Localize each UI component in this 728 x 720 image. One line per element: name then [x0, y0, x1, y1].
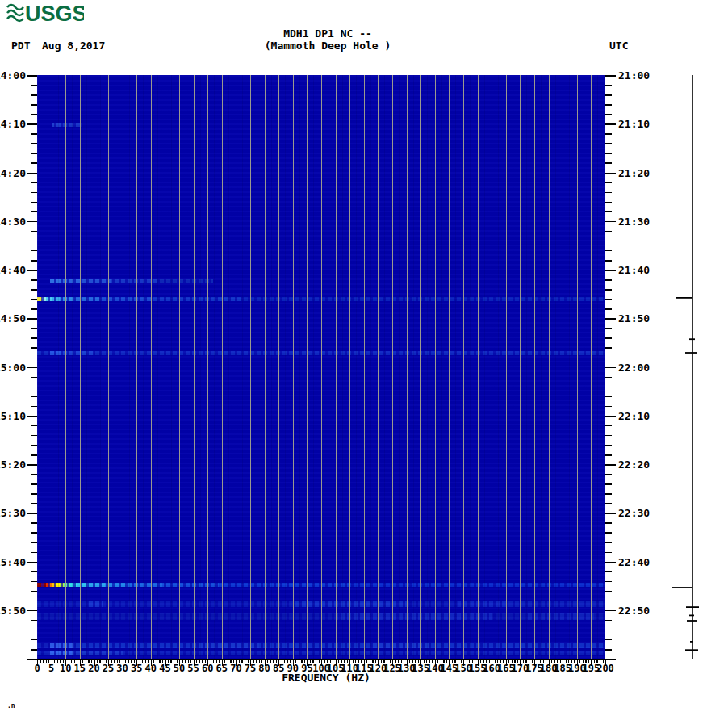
time-tick-left — [31, 532, 37, 534]
time-tick-right — [605, 133, 612, 135]
frequency-gridline — [179, 75, 180, 659]
station-name-title: (Mammoth Deep Hole ) — [265, 40, 391, 52]
time-tick-left — [31, 289, 37, 291]
time-tick-left — [31, 445, 37, 446]
time-tick-right — [605, 571, 612, 573]
time-tick-right — [605, 182, 612, 184]
time-tick-right — [605, 425, 612, 427]
frequency-gridline — [123, 75, 123, 659]
frequency-gridline — [236, 75, 236, 659]
time-tick-left — [27, 123, 37, 125]
time-tick-left — [27, 270, 37, 271]
frequency-gridline — [293, 75, 294, 659]
frequency-tick-label: 10 — [60, 663, 71, 673]
time-tick-left — [31, 396, 37, 398]
time-tick-left — [31, 337, 37, 339]
time-label-right: 21:30 — [618, 216, 650, 227]
time-tick-left — [31, 299, 37, 300]
time-tick-left — [31, 347, 37, 349]
time-tick-right — [605, 513, 616, 514]
time-tick-right — [605, 202, 612, 203]
frequency-tick-label: 65 — [216, 663, 228, 673]
time-tick-left — [31, 542, 37, 543]
time-tick-right — [605, 396, 612, 398]
time-tick-left — [31, 483, 37, 485]
time-tick-left — [31, 328, 37, 329]
frequency-gridline — [463, 75, 464, 659]
frequency-gridline — [336, 75, 337, 659]
frequency-tick-label: 25 — [103, 663, 114, 673]
time-tick-left — [31, 153, 37, 154]
time-tick-left — [31, 162, 37, 164]
time-tick-left — [31, 192, 37, 194]
time-tick-right — [605, 552, 612, 554]
time-tick-right — [605, 387, 612, 388]
time-tick-right — [605, 104, 612, 106]
time-tick-left — [31, 552, 37, 554]
frequency-gridline — [378, 75, 379, 659]
time-tick-left — [31, 425, 37, 427]
frequency-tick-label: 0 — [34, 663, 40, 673]
time-tick-right — [605, 620, 612, 622]
time-tick-right — [605, 358, 612, 359]
time-tick-right — [605, 153, 612, 154]
time-tick-right — [605, 289, 612, 291]
usgs-logo-graphic: USGS — [6, 2, 84, 24]
time-tick-right — [605, 377, 612, 379]
time-tick-left — [27, 513, 37, 514]
time-tick-left — [31, 454, 37, 456]
frequency-gridline — [392, 75, 393, 659]
time-tick-left — [31, 231, 37, 232]
time-tick-left — [31, 620, 37, 622]
time-tick-left — [31, 202, 37, 203]
time-tick-left — [31, 85, 37, 86]
time-tick-left — [31, 571, 37, 573]
frequency-gridline — [80, 75, 81, 659]
time-tick-right — [605, 406, 612, 408]
time-tick-right — [605, 542, 612, 543]
frequency-gridline — [94, 75, 94, 659]
time-label-right: 22:20 — [618, 459, 650, 470]
time-tick-right — [605, 114, 612, 115]
time-tick-right — [605, 610, 616, 612]
time-tick-right — [605, 162, 612, 164]
time-label-left: 15:10 — [0, 411, 26, 421]
time-tick-right — [605, 241, 612, 242]
date-label: Aug 8,2017 — [42, 40, 105, 52]
time-tick-right — [605, 581, 612, 583]
frequency-gridline — [65, 75, 66, 659]
frequency-gridline — [307, 75, 308, 659]
time-tick-left — [31, 387, 37, 388]
time-tick-left — [31, 114, 37, 115]
time-label-right: 22:40 — [618, 557, 650, 567]
time-tick-right — [605, 639, 612, 641]
time-tick-left — [31, 241, 37, 242]
time-label-right: 21:40 — [618, 265, 650, 275]
time-tick-right — [605, 416, 616, 417]
frequency-tick-label: 40 — [145, 663, 157, 673]
frequency-gridline — [563, 75, 563, 659]
frequency-gridline — [194, 75, 195, 659]
frequency-gridline — [478, 75, 479, 659]
time-tick-right — [605, 483, 612, 485]
time-tick-left — [31, 308, 37, 310]
frequency-gridline — [265, 75, 266, 659]
time-tick-right — [605, 94, 612, 96]
frequency-gridline — [420, 75, 421, 659]
frequency-tick-label: 60 — [202, 663, 213, 673]
time-tick-right — [605, 75, 616, 77]
time-tick-right — [605, 328, 612, 329]
timezone-right-label: UTC — [609, 40, 628, 52]
time-tick-right — [605, 211, 612, 213]
frequency-gridline — [407, 75, 408, 659]
frequency-gridline — [591, 75, 592, 659]
time-tick-right — [605, 367, 616, 369]
time-tick-left — [27, 173, 37, 174]
time-tick-left — [27, 562, 37, 563]
frequency-gridline — [492, 75, 492, 659]
time-tick-right — [605, 231, 612, 232]
frequency-tick-label: 80 — [258, 663, 270, 673]
frequency-gridline — [506, 75, 507, 659]
time-tick-left — [31, 503, 37, 504]
time-tick-left — [31, 630, 37, 631]
